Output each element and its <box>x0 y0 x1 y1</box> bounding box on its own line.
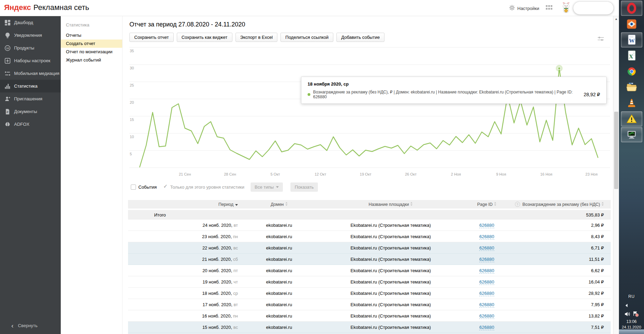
mediation-icon <box>4 70 11 77</box>
taskbar-button-chrome-browser[interactable] <box>621 64 642 79</box>
sidebar-item-mobile-mediation[interactable]: Мобильная медиация <box>0 67 61 80</box>
document-icon: P <box>4 109 11 115</box>
show-hidden-icons-button[interactable] <box>625 303 644 308</box>
column-header-5[interactable]: ?Вознаграждение за рекламу (без НДС) <box>513 202 611 207</box>
sidebar-nav: ДашбордУведомления10ПродуктыНаборы настр… <box>0 16 61 131</box>
column-header-3[interactable]: Название площадки <box>320 202 461 207</box>
add-event-button[interactable]: Добавить событие <box>336 33 384 42</box>
column-header-2[interactable]: Домен <box>238 202 320 207</box>
page-id-link[interactable]: 626880 <box>479 302 494 308</box>
table-row: 24 нояб. 2020, втekobatarei.ruEkobatarei… <box>128 220 611 231</box>
profile-name-pill[interactable] <box>573 2 613 14</box>
subnav-list: ОтчетыСоздать отчетОтчет по монетизацииЖ… <box>61 31 122 64</box>
show-events-button[interactable]: Показать <box>290 182 318 192</box>
taskbar-button-windows-explorer[interactable] <box>621 80 642 95</box>
table-row: 23 нояб. 2020, пнekobatarei.ruEkobatarei… <box>128 231 611 242</box>
help-icon[interactable]: ? <box>515 202 520 207</box>
line-chart[interactable]: 510152025303521 Сен28 Сен5 Окт12 Окт19 О… <box>129 44 610 180</box>
site-name-cell: Ekobatarei.ru (Строительная тематика) <box>320 325 461 330</box>
chevron-left-icon: ‹ <box>11 322 13 329</box>
action-center-flag-icon[interactable] <box>633 311 639 317</box>
language-indicator[interactable]: RU <box>619 294 644 299</box>
highlight-marker <box>558 67 561 69</box>
page-id-link[interactable]: 626880 <box>479 268 494 274</box>
series-bullet-icon <box>308 93 310 96</box>
value-cell: 28,92 ₽ <box>513 291 611 296</box>
export-excel-button[interactable]: Экспорт в Excel <box>235 33 278 42</box>
taskbar-button-warning-app[interactable] <box>621 111 642 126</box>
sidebar-item-products[interactable]: 10Продукты <box>0 42 61 54</box>
svg-text:X: X <box>629 53 633 60</box>
main-content: Отчет за период 27.08.2020 - 24.11.2020 … <box>123 16 613 334</box>
collapse-sidebar-button[interactable]: ‹ Свернуть <box>0 319 61 332</box>
sidebar-item-statistics[interactable]: Статистика <box>0 80 61 92</box>
events-checkbox[interactable] <box>131 185 136 190</box>
scrollbar-thumb[interactable] <box>614 112 618 189</box>
warning-app-icon <box>625 113 638 125</box>
taskbar-button-ms-word[interactable]: W <box>621 32 642 47</box>
content-scrollbar[interactable]: ▲ <box>613 16 619 334</box>
taskbar-button-ms-excel[interactable]: X <box>621 48 642 63</box>
clock-time[interactable]: 13:06 <box>619 319 644 324</box>
column-header-1[interactable]: Период <box>128 202 238 207</box>
settings-button[interactable]: Настройки <box>509 5 539 12</box>
scroll-up-arrow-icon[interactable]: ▲ <box>613 16 619 22</box>
taskbar-button-opera-browser[interactable] <box>621 1 642 16</box>
taskbar-button-system-monitor[interactable] <box>621 127 642 142</box>
save-as-widget-button[interactable]: Сохранить как виджет <box>177 33 232 42</box>
column-header-4[interactable]: Page ID <box>461 202 513 207</box>
subnav-item-reports[interactable]: Отчеты <box>61 31 122 40</box>
sidebar-item-label: Продукты <box>14 45 34 51</box>
speaker-icon[interactable] <box>624 311 630 317</box>
windows-taskbar: WX RU 13:06 24.11.2020 <box>619 0 644 334</box>
subnav-item-monetization-report[interactable]: Отчет по монетизации <box>61 48 122 56</box>
sidebar-item-dashboard[interactable]: Дашборд <box>0 16 61 29</box>
subnav-item-event-log[interactable]: Журнал событий <box>61 56 122 64</box>
table-row: 17 нояб. 2020, втekobatarei.ruEkobatarei… <box>128 299 611 310</box>
svg-text:25: 25 <box>130 83 134 87</box>
page-id-link[interactable]: 626880 <box>479 325 494 330</box>
period-cell: 20 нояб. 2020, пт <box>128 268 238 273</box>
subnav-item-create-report[interactable]: Создать отчет <box>61 40 122 48</box>
sidebar-item-presets[interactable]: Наборы настроек <box>0 54 61 67</box>
page-id-link[interactable]: 626880 <box>479 223 494 228</box>
site-name-cell: Ekobatarei.ru (Строительная тематика) <box>320 223 461 228</box>
share-link-button[interactable]: Поделиться ссылкой <box>280 33 333 42</box>
page-id-link[interactable]: 626880 <box>479 291 494 296</box>
sidebar-item-invitations[interactable]: Приглашения <box>0 92 61 105</box>
table-row: 19 нояб. 2020, чтekobatarei.ruEkobatarei… <box>128 276 611 288</box>
chart-settings-icon[interactable] <box>597 36 604 43</box>
sidebar-item-notifications[interactable]: Уведомления <box>0 29 61 42</box>
events-checkbox-label[interactable]: События <box>138 185 157 190</box>
taskbar-button-vlc-player[interactable] <box>621 96 642 111</box>
vlc-player-icon <box>625 97 638 109</box>
sidebar-item-documents[interactable]: PДокументы <box>0 105 61 118</box>
page-id-link[interactable]: 626880 <box>479 234 494 240</box>
site-name-cell: Ekobatarei.ru (Строительная тематика) <box>320 234 461 239</box>
windows-explorer-icon <box>625 81 638 94</box>
taskbar-button-faststone-viewer[interactable] <box>621 16 642 32</box>
sidebar-item-label: ADFOX <box>14 122 30 127</box>
sidebar-item-adfox[interactable]: ADFOX <box>0 118 61 131</box>
svg-text:10: 10 <box>130 135 134 139</box>
only-level-checkbox[interactable]: ✓ <box>163 185 168 189</box>
svg-text:5: 5 <box>130 152 132 156</box>
value-cell: 7,95 ₽ <box>513 302 611 307</box>
tooltip-date-title: 18 ноября 2020, ср <box>308 81 600 87</box>
products-count-icon: 10 <box>4 45 11 51</box>
save-report-button[interactable]: Сохранить отчет <box>129 33 174 42</box>
apps-grid-icon[interactable] <box>546 5 553 11</box>
yandex-logo[interactable]: ЯндексРекламная сеть <box>4 3 89 12</box>
page-id-link[interactable]: 626880 <box>479 279 494 285</box>
page-title: Отчет за период 27.08.2020 - 24.11.2020 <box>129 21 613 28</box>
page-id-link[interactable]: 626880 <box>479 245 494 251</box>
show-desktop-button[interactable] <box>619 329 644 334</box>
page-id-link[interactable]: 626880 <box>479 257 494 262</box>
clock-date[interactable]: 24.11.2020 <box>619 325 644 329</box>
event-types-dropdown[interactable]: Все типы <box>251 182 283 192</box>
site-name-cell: Ekobatarei.ru (Строительная тематика) <box>320 291 461 296</box>
value-cell: 11,51 ₽ <box>513 257 611 262</box>
page-id-link[interactable]: 626880 <box>479 313 494 319</box>
avatar[interactable] <box>561 2 571 13</box>
value-cell: 2,96 ₽ <box>513 223 611 228</box>
